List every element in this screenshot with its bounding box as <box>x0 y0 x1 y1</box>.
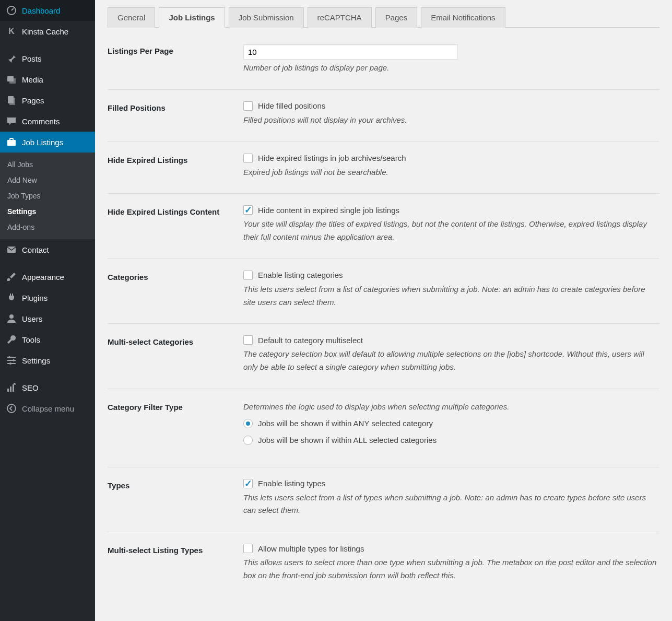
admin-sidebar: Dashboard K Kinsta Cache Posts Media Pag… <box>0 0 95 621</box>
sidebar-item-job-listings[interactable]: Job Listings <box>0 132 95 153</box>
sidebar-label: Contact <box>22 245 49 254</box>
main-content: General Job Listings Job Submission reCA… <box>95 0 672 621</box>
sidebar-label: Settings <box>22 356 50 365</box>
help-hide-expired-content: Your site will display the titles of exp… <box>243 218 659 244</box>
sidebar-label: Comments <box>22 117 60 126</box>
checkbox-hide-expired[interactable] <box>243 154 253 163</box>
sidebar-item-comments[interactable]: Comments <box>0 111 95 132</box>
checkbox-label-categories: Enable listing categories <box>258 271 343 279</box>
checkbox-label-hide-expired: Hide expired listings in job archives/se… <box>258 154 406 162</box>
svg-rect-5 <box>7 140 16 146</box>
sidebar-item-appearance[interactable]: Appearance <box>0 266 95 287</box>
envelope-icon <box>6 244 17 255</box>
row-types: Types Enable listing types This lets use… <box>108 467 659 533</box>
svg-point-13 <box>9 362 11 365</box>
checkbox-label-filled: Hide filled positions <box>258 101 325 110</box>
submenu-add-new[interactable]: Add New <box>0 172 95 188</box>
sidebar-item-users[interactable]: Users <box>0 308 95 329</box>
row-hide-expired-content: Hide Expired Listings Content Hide conte… <box>108 194 659 259</box>
submenu-all-jobs[interactable]: All Jobs <box>0 157 95 172</box>
tab-general[interactable]: General <box>108 7 155 28</box>
brush-icon <box>6 272 17 282</box>
sidebar-item-dashboard[interactable]: Dashboard <box>0 0 95 21</box>
label-multi-categories: Multi-select Categories <box>108 335 243 374</box>
sidebar-label: SEO <box>22 383 39 392</box>
tab-job-listings[interactable]: Job Listings <box>159 7 225 28</box>
checkbox-label-multi-types: Allow multiple types for listings <box>258 544 364 553</box>
sidebar-item-seo[interactable]: SEO <box>0 377 95 398</box>
checkbox-label-multi-categories: Default to category multiselect <box>258 336 363 345</box>
sidebar-label: Pages <box>22 96 44 105</box>
input-listings-per-page[interactable] <box>243 44 458 60</box>
job-listings-submenu: All Jobs Add New Job Types Settings Add-… <box>0 153 95 239</box>
help-category-filter: Determines the logic used to display job… <box>243 401 659 414</box>
sidebar-label: Users <box>22 314 42 323</box>
tab-job-submission[interactable]: Job Submission <box>229 7 304 28</box>
checkbox-types[interactable] <box>243 479 253 488</box>
sidebar-item-pages[interactable]: Pages <box>0 90 95 111</box>
label-listings-per-page: Listings Per Page <box>108 44 243 75</box>
sidebar-label: Dashboard <box>22 6 60 15</box>
svg-point-11 <box>8 356 10 358</box>
sliders-icon <box>6 355 17 366</box>
radio-category-any[interactable] <box>243 419 253 428</box>
sidebar-item-settings[interactable]: Settings <box>0 350 95 371</box>
label-category-filter: Category Filter Type <box>108 401 243 452</box>
seo-icon <box>6 382 17 393</box>
svg-rect-4 <box>9 98 15 105</box>
label-multi-types: Multi-select Listing Types <box>108 544 243 582</box>
radio-category-all[interactable] <box>243 436 253 445</box>
settings-tabs: General Job Listings Job Submission reCA… <box>108 7 659 28</box>
svg-rect-2 <box>9 78 16 84</box>
sidebar-item-tools[interactable]: Tools <box>0 329 95 350</box>
checkbox-multi-categories[interactable] <box>243 335 253 345</box>
row-multi-types: Multi-select Listing Types Allow multipl… <box>108 532 659 597</box>
label-hide-expired: Hide Expired Listings <box>108 154 243 179</box>
svg-rect-16 <box>13 384 14 392</box>
row-categories: Categories Enable listing categories Thi… <box>108 259 659 324</box>
tab-email-notifications[interactable]: Email Notifications <box>421 7 505 28</box>
pages-icon <box>6 95 17 106</box>
tab-pages[interactable]: Pages <box>375 7 418 28</box>
checkbox-filled-positions[interactable] <box>243 101 253 111</box>
plug-icon <box>6 292 17 303</box>
sidebar-item-kinsta[interactable]: K Kinsta Cache <box>0 21 95 42</box>
checkbox-multi-types[interactable] <box>243 544 253 553</box>
wrench-icon <box>6 334 17 345</box>
checkbox-label-hide-expired-content: Hide content in expired single job listi… <box>258 206 399 215</box>
submenu-job-types[interactable]: Job Types <box>0 188 95 204</box>
label-hide-expired-content: Hide Expired Listings Content <box>108 205 243 244</box>
dashboard-icon <box>6 5 17 16</box>
sidebar-collapse[interactable]: Collapse menu <box>0 398 95 419</box>
checkbox-categories[interactable] <box>243 271 253 280</box>
submenu-settings[interactable]: Settings <box>0 204 95 219</box>
media-icon <box>6 74 17 85</box>
sidebar-label: Job Listings <box>22 138 63 147</box>
sidebar-item-media[interactable]: Media <box>0 69 95 90</box>
svg-point-17 <box>7 404 16 413</box>
help-types: This lets users select from a list of ty… <box>243 491 659 518</box>
help-categories: This lets users select from a list of ca… <box>243 283 659 309</box>
sidebar-item-plugins[interactable]: Plugins <box>0 287 95 308</box>
sidebar-label: Appearance <box>22 273 64 282</box>
label-filled-positions: Filled Positions <box>108 101 243 127</box>
tab-recaptcha[interactable]: reCAPTCHA <box>308 7 372 28</box>
sidebar-label: Kinsta Cache <box>22 27 68 36</box>
row-filled-positions: Filled Positions Hide filled positions F… <box>108 90 659 142</box>
collapse-icon <box>6 403 17 414</box>
sidebar-item-contact[interactable]: Contact <box>0 239 95 260</box>
comments-icon <box>6 116 17 126</box>
label-categories: Categories <box>108 271 243 309</box>
submenu-addons[interactable]: Add-ons <box>0 219 95 235</box>
svg-point-12 <box>13 359 15 361</box>
sidebar-label: Media <box>22 75 43 84</box>
svg-point-7 <box>9 314 14 319</box>
kinsta-icon: K <box>6 26 17 37</box>
checkbox-hide-expired-content[interactable] <box>243 205 253 215</box>
row-multi-categories: Multi-select Categories Default to categ… <box>108 324 659 389</box>
help-filled-positions: Filled positions will not display in you… <box>243 114 659 127</box>
help-multi-types: This allows users to select more than on… <box>243 556 659 582</box>
checkbox-label-types: Enable listing types <box>258 479 325 488</box>
row-listings-per-page: Listings Per Page Number of job listings… <box>108 33 659 90</box>
sidebar-item-posts[interactable]: Posts <box>0 48 95 69</box>
